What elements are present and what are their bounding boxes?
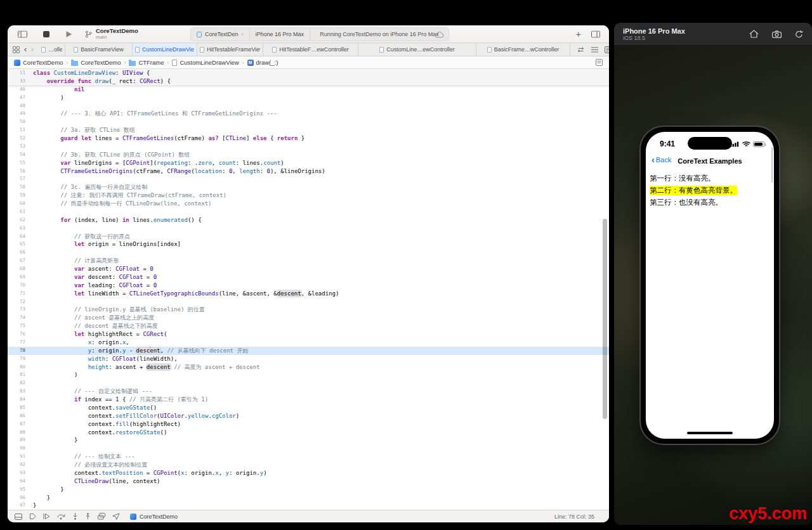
back-button[interactable]: ‹	[24, 46, 27, 53]
code-line-60[interactable]: 60 // 而是手动绘制每一行 CTLineDraw(line, context…	[8, 200, 609, 208]
code-line-56[interactable]: 56 CTFrameGetLineOrigins(ctFrame, CFRang…	[8, 167, 609, 176]
code-line-84[interactable]: 84 if index == 1 { // 只高亮第二行 (索引为 1)	[8, 396, 609, 404]
rotate-icon[interactable]	[795, 30, 803, 38]
code-line-62[interactable]: 62 for (index, line) in lines.enumerated…	[8, 216, 609, 224]
code-line-68[interactable]: 68 var ascent: CGFloat = 0	[8, 265, 609, 273]
code-line-46[interactable]: 46 nil	[8, 86, 609, 94]
editor-tab[interactable]: …oller	[39, 43, 65, 56]
step-out-icon[interactable]	[85, 513, 91, 520]
code-line-94[interactable]: 94 CTLineDraw(line, context)	[8, 477, 609, 486]
code-line-97[interactable]: 97}	[8, 501, 609, 510]
add-tab-button[interactable]: +	[576, 29, 581, 39]
code-line-71[interactable]: 71 let lineWidth = CTLineGetTypographicB…	[8, 290, 609, 298]
editor-tab[interactable]: BasicFrame…wController	[476, 43, 570, 56]
code-line-92[interactable]: 92 // 必须设置文本的绘制位置	[8, 461, 609, 469]
line-number: 78	[8, 347, 25, 355]
code-line-77[interactable]: 77 x: origin.x,	[8, 339, 609, 347]
forward-button[interactable]: ›	[31, 46, 34, 53]
code-line-78[interactable]: 78 y: origin.y - descent, // 从基线向下 desce…	[8, 347, 609, 355]
editor-scrollbar[interactable]	[603, 219, 607, 419]
continue-icon[interactable]	[43, 513, 50, 520]
code-text: var leading: CGFloat = 0	[25, 281, 157, 290]
code-line-96[interactable]: 96 }	[8, 494, 609, 502]
code-line-54[interactable]: 54 // 3b. 获取 CTLine 的原点 (CGPoint) 数组	[8, 151, 609, 159]
code-line-51[interactable]: 51 // 3a. 获取 CTLine 数组	[8, 126, 609, 134]
editor-tab[interactable]: HitTestableFrameView	[197, 43, 263, 56]
scheme-selector[interactable]: CoreTextDemo main	[96, 28, 138, 41]
code-line-52[interactable]: 52 guard let lines = CTFrameGetLines(ctF…	[8, 134, 609, 143]
code-line-74[interactable]: 74 // ascent 是基线之上的高度	[8, 314, 609, 322]
code-line-49[interactable]: 49 // --- 3. 核心 API: CTFrameGetLines 和 C…	[8, 110, 609, 118]
iphone-screen[interactable]: 9:41 ‹ Back CoreText Examples 第一行：没有高亮。第…	[646, 132, 774, 439]
swap-editors-icon[interactable]	[577, 47, 585, 53]
code-line-67[interactable]: 67 // 计算高亮矩形	[8, 257, 609, 265]
code-line-79[interactable]: 79 width: CGFloat(lineWidth),	[8, 355, 609, 363]
code-line-47[interactable]: 47 )	[8, 94, 609, 102]
run-button[interactable]	[66, 30, 72, 37]
code-line-70[interactable]: 70 var leading: CGFloat = 0	[8, 281, 609, 290]
code-line-86[interactable]: 86 context.setFillColor(UIColor.yellow.c…	[8, 412, 609, 420]
related-items-icon[interactable]	[596, 59, 603, 66]
run-destination-selector[interactable]: iPhone 16 Pro Max	[250, 28, 311, 41]
view-debugger-icon[interactable]	[98, 513, 105, 520]
code-line-82[interactable]: 82	[8, 379, 609, 387]
line-number: 87	[8, 420, 25, 429]
editor-tab[interactable]: HitTestableF…ewController	[263, 43, 358, 56]
code-line-64[interactable]: 64 // 获取这一行的原点	[8, 233, 609, 241]
step-over-icon[interactable]	[57, 513, 65, 520]
code-line-88[interactable]: 88 context.restoreGState()	[8, 429, 609, 437]
code-line-72[interactable]: 72	[8, 298, 609, 306]
home-icon[interactable]	[749, 30, 759, 38]
back-nav-button[interactable]: ‹ Back	[652, 156, 671, 164]
code-line-89[interactable]: 89 }	[8, 436, 609, 444]
code-line-95[interactable]: 95 }	[8, 486, 609, 494]
breadcrumb-item[interactable]: CTFrame	[129, 59, 164, 66]
editor-tab[interactable]: BasicFrameView	[65, 43, 133, 56]
code-line-76[interactable]: 76 let highlightRect = CGRect(	[8, 330, 609, 339]
breakpoints-icon[interactable]	[29, 513, 36, 520]
code-line-75[interactable]: 75 // descent 是基线之下的高度	[8, 322, 609, 330]
code-line-11[interactable]: 11class CustomLineDrawView: UIView {	[8, 69, 609, 77]
code-line-90[interactable]: 90	[8, 444, 609, 453]
location-icon[interactable]	[112, 513, 120, 520]
code-line-58[interactable]: 58 // 3c. 遍历每一行并自定义绘制	[8, 183, 609, 191]
breadcrumb-item[interactable]: CoreTextDemo	[14, 59, 63, 66]
breadcrumb-item[interactable]: CustomLineDrawView	[172, 59, 239, 66]
code-line-57[interactable]: 57	[8, 175, 609, 183]
breadcrumb-item[interactable]: Mdraw(_:)	[247, 59, 278, 66]
screenshot-icon[interactable]	[772, 30, 782, 38]
editor-tab[interactable]: CustomLineDrawView	[133, 43, 197, 56]
code-line-65[interactable]: 65 let origin = lineOrigins[index]	[8, 240, 609, 249]
editor-tab[interactable]: CustomLine…ewController	[358, 43, 476, 56]
code-line-59[interactable]: 59 // 注意: 我们不再调用 CTFrameDraw(ctFrame, co…	[8, 191, 609, 200]
code-editor[interactable]: 11class CustomLineDrawView: UIView {33 o…	[8, 69, 609, 510]
code-line-61[interactable]: 61	[8, 208, 609, 216]
code-line-91[interactable]: 91 // --- 绘制文本 ---	[8, 453, 609, 461]
window-tab-pill[interactable]: CoreTextDen ›	[191, 28, 250, 41]
code-line-93[interactable]: 93 context.textPosition = CGPoint(x: ori…	[8, 469, 609, 477]
editor-layout-icon[interactable]	[591, 30, 600, 37]
code-line-85[interactable]: 85 context.saveGState()	[8, 404, 609, 412]
code-line-63[interactable]: 63	[8, 224, 609, 233]
code-line-69[interactable]: 69 var descent: CGFloat = 0	[8, 273, 609, 281]
code-line-55[interactable]: 55 var lineOrigins = [CGPoint](repeating…	[8, 159, 609, 167]
code-line-81[interactable]: 81 )	[8, 371, 609, 379]
code-line-73[interactable]: 73 // lineOrigin.y 是基线 (baseline) 的位置	[8, 306, 609, 314]
process-chip[interactable]: CoreTextDemo	[130, 514, 178, 520]
tab-overview-icon[interactable]	[13, 46, 20, 53]
navigator-toggle-icon[interactable]	[18, 30, 27, 37]
code-line-53[interactable]: 53	[8, 143, 609, 151]
list-icon[interactable]	[591, 47, 598, 53]
code-line-87[interactable]: 87 context.fill(highlightRect)	[8, 420, 609, 429]
code-line-50[interactable]: 50	[8, 118, 609, 126]
code-line-83[interactable]: 83 // --- 自定义绘制逻辑 ---	[8, 387, 609, 396]
stop-button[interactable]	[43, 31, 49, 37]
minimap-toggle-icon[interactable]	[605, 46, 609, 53]
code-line-33[interactable]: 33 override func draw(_ rect: CGRect) {	[8, 77, 609, 86]
code-line-48[interactable]: 48	[8, 102, 609, 110]
console-toggle-icon[interactable]	[15, 514, 22, 520]
code-line-66[interactable]: 66	[8, 249, 609, 257]
step-into-icon[interactable]	[72, 513, 78, 520]
breadcrumb-item[interactable]: CoreTextDemo	[71, 59, 121, 66]
code-line-80[interactable]: 80 height: ascent + descent // 高度为 ascen…	[8, 363, 609, 372]
